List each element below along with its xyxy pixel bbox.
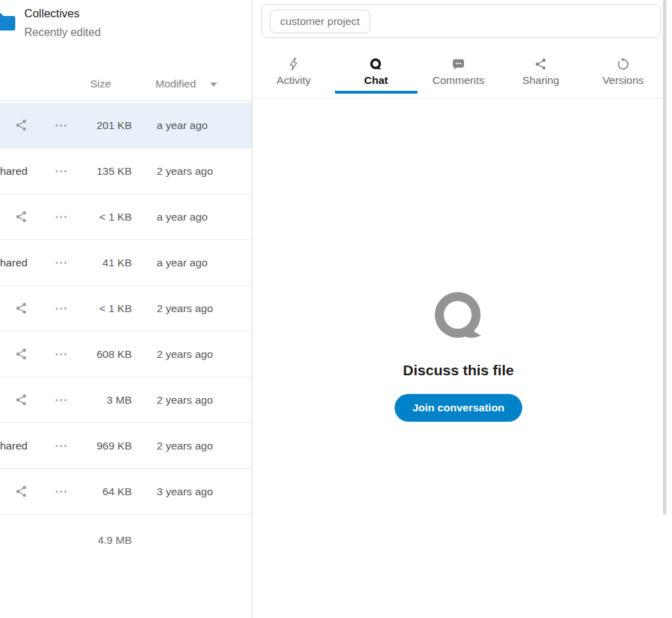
sort-caret-down-icon[interactable] [210,83,217,87]
column-header-modified[interactable]: Modified [155,78,196,90]
talk-bubble-icon [369,58,383,71]
tab-comments[interactable]: Comments [417,49,500,98]
file-size: < 1 KB [66,286,132,331]
tab-versions[interactable]: Versions [582,49,664,98]
tags-input[interactable]: customer project [261,4,661,38]
table-row[interactable]: 64 KB 3 years ago [0,469,252,515]
file-modified: a year ago [157,194,247,239]
tab-label: Sharing [522,74,559,87]
share-button[interactable] [0,194,42,239]
table-row[interactable]: < 1 KB 2 years ago [0,286,252,332]
tab-sharing[interactable]: Sharing [499,49,582,98]
file-modified: 3 years ago [157,469,247,514]
file-size: 64 KB [66,469,132,514]
file-modified: 2 years ago [157,423,247,468]
chat-empty-state: Discuss this file Join conversation [252,291,664,422]
active-tab-underline [335,91,417,94]
share-icon [534,58,547,71]
page-subtitle: Recently edited [24,26,101,39]
details-sidebar: customer project Activity [252,0,664,618]
chat-heading: Discuss this file [403,362,514,379]
page-title: Collectives [24,7,80,20]
column-header-size[interactable]: Size [90,78,111,90]
talk-logo-icon [432,291,485,345]
share-button[interactable] [0,377,42,422]
file-size: 135 KB [66,148,132,194]
share-button[interactable] [0,332,42,377]
join-conversation-button[interactable]: Join conversation [395,394,523,422]
file-size: 41 KB [66,240,132,285]
app-window: Collectives Recently edited Size Modifie… [0,0,672,618]
shared-label: hared [0,148,42,194]
folder-icon [0,12,17,31]
table-row[interactable]: hared 41 KB a year ago [0,240,252,286]
history-restore-icon [617,58,630,71]
file-modified: a year ago [157,103,247,148]
shared-label: hared [0,240,42,285]
file-size: 201 KB [66,103,132,148]
tab-activity[interactable]: Activity [252,49,335,98]
tab-label: Versions [603,74,644,87]
table-row[interactable]: 201 KB a year ago [0,103,252,148]
file-list-panel: Collectives Recently edited Size Modifie… [0,0,252,618]
table-row[interactable]: < 1 KB a year ago [0,194,252,240]
table-row[interactable]: 608 KB 2 years ago [0,332,252,377]
table-row[interactable]: 3 MB 2 years ago [0,377,252,423]
file-size: 969 KB [66,423,132,468]
tab-label: Chat [364,74,388,87]
total-size: 4.9 MB [66,534,132,547]
file-modified: 2 years ago [157,286,247,331]
lightning-icon [287,58,300,71]
file-modified: a year ago [157,240,247,285]
file-size: 608 KB [66,332,132,377]
share-button[interactable] [0,286,42,331]
file-modified: 2 years ago [157,377,247,422]
file-modified: 2 years ago [157,332,247,377]
tag-chip[interactable]: customer project [270,10,370,33]
file-modified: 2 years ago [157,148,247,194]
shared-label: hared [0,423,42,468]
share-button[interactable] [0,469,42,514]
comment-bubble-icon [451,58,465,71]
tab-label: Activity [277,74,311,87]
table-row[interactable]: hared 135 KB 2 years ago [0,148,252,194]
scrollbar-thumb[interactable] [663,0,666,515]
file-rows: 201 KB a year ago hared 135 KB 2 years a… [0,103,252,515]
tab-label: Comments [433,74,485,87]
share-button[interactable] [0,103,42,148]
file-size: < 1 KB [66,194,132,239]
header-divider [0,101,252,101]
tab-chat[interactable]: Chat [335,49,417,98]
table-row[interactable]: hared 969 KB 2 years ago [0,423,252,469]
sidebar-tab-bar: Activity Chat [252,49,664,98]
file-size: 3 MB [66,377,132,422]
